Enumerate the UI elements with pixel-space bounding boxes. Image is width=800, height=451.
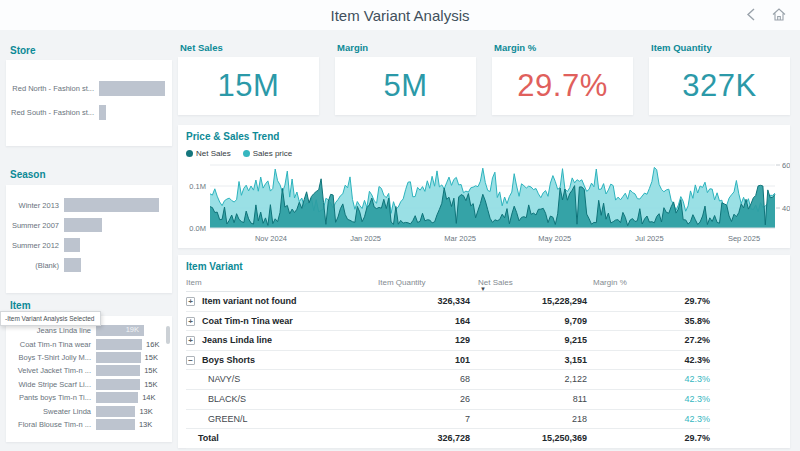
bar-value-label: 15K (144, 380, 157, 389)
cell-item-quantity: 26 (460, 390, 470, 409)
filter-bar-row[interactable]: Velvet Jacket Tim-n ...15K (10, 364, 166, 377)
bar-value-label: 15K (144, 366, 157, 375)
category-bar[interactable] (64, 238, 80, 252)
cell-margin-pct: 29.7% (684, 292, 710, 311)
chevron-left-icon[interactable] (746, 8, 756, 21)
expand-plus-icon[interactable]: + (186, 297, 195, 306)
cell-item-quantity: 326,334 (437, 292, 470, 311)
cell-net-sales: 9,709 (564, 312, 587, 331)
category-bar[interactable] (96, 379, 140, 390)
cell-item: Total (198, 429, 219, 448)
cell-item: Jeans Linda line (202, 331, 272, 350)
category-bar[interactable] (99, 105, 106, 120)
cell-net-sales: 811 (573, 390, 587, 409)
bar-value-label: 15K (145, 353, 158, 362)
table-row[interactable]: +Jeans Linda line1299,21527.2% (186, 331, 710, 351)
kpi-label: Net Sales (180, 42, 223, 53)
filter-bar-row[interactable]: Winter 2013 (10, 195, 168, 215)
category-bar[interactable] (96, 406, 135, 417)
bar-value-label: 13K (139, 420, 152, 429)
table-row[interactable]: +Coat Tim-n Tina wear1649,70935.8% (186, 312, 710, 332)
category-label: Pants boys Tim-n Ti... (10, 393, 96, 402)
trend-panel: Price & Sales Trend Net Sales Sales pric… (178, 125, 790, 248)
cell-item-quantity: 68 (460, 370, 470, 389)
category-bar[interactable] (96, 365, 140, 376)
trend-legend: Net Sales Sales price (186, 149, 292, 158)
bar-value-label: 13K (139, 407, 152, 416)
sales-price-legend-dot-icon (243, 150, 250, 157)
y-axis-tick: 0.1M (189, 182, 206, 191)
trend-chart[interactable]: 0.1M0.0M6040Nov 2024Jan 2025Mar 2025May … (178, 125, 790, 248)
filter-bar-row[interactable]: Floral Blouse Tim-n ...13K (10, 418, 166, 431)
cell-net-sales: 15,250,369 (542, 429, 587, 448)
filter-bar-row[interactable]: Pants boys Tim-n Ti...14K (10, 391, 166, 404)
category-bar[interactable] (96, 339, 142, 350)
trend-title: Price & Sales Trend (186, 131, 279, 142)
table-row[interactable]: −Boys Shorts1013,15142.3% (186, 351, 710, 371)
x-axis-tick: Jan 2025 (350, 234, 381, 243)
cell-item-quantity: 164 (455, 312, 470, 331)
category-label: Summer 2012 (10, 241, 64, 250)
cell-margin-pct: 42.3% (684, 410, 710, 429)
filter-bar-row[interactable]: Summer 2012 (10, 235, 168, 255)
category-bar[interactable] (64, 198, 159, 212)
category-bar[interactable]: 19K (96, 325, 144, 336)
cell-net-sales: 9,215 (564, 331, 587, 350)
cell-item: NAVY/S (208, 370, 240, 389)
y2-axis-tick: 40 (782, 204, 790, 213)
y2-axis-tick: 60 (782, 161, 790, 170)
column-header-margin-pct[interactable]: Margin % (593, 278, 627, 287)
category-label: Jeans Linda line (10, 326, 96, 335)
table-row[interactable]: GREEN/L721842.3% (186, 410, 710, 430)
filter-bar-row[interactable]: Wide Stripe Scarf Li...15K (10, 378, 166, 391)
item-filter-scrollbar[interactable] (166, 326, 170, 344)
cell-net-sales: 3,151 (564, 351, 587, 370)
x-axis-tick: May 2025 (538, 234, 571, 243)
category-bar[interactable] (64, 218, 102, 232)
expand-plus-icon[interactable]: + (186, 336, 195, 345)
category-bar[interactable] (96, 352, 141, 363)
category-bar[interactable] (99, 81, 165, 96)
kpi-card-item-quantity: 327K (649, 57, 790, 115)
filter-bar-row[interactable]: (Blank) (10, 255, 168, 275)
net-sales-legend-dot-icon (186, 150, 193, 157)
table-row[interactable]: BLACK/S2681142.3% (186, 390, 710, 410)
filter-bar-row[interactable]: Summer 2007 (10, 215, 168, 235)
top-bar: Item Variant Analysis (0, 0, 800, 30)
kpi-value: 29.7% (517, 68, 607, 104)
item-filter-title: Item (10, 300, 31, 311)
collapse-minus-icon[interactable]: − (186, 356, 195, 365)
category-bar[interactable] (96, 419, 135, 430)
table-row[interactable]: NAVY/S682,12242.3% (186, 370, 710, 390)
legend-item-sales-price[interactable]: Sales price (243, 149, 293, 158)
item-variant-table-panel: Item Variant Item Item Quantity Net Sale… (178, 255, 790, 448)
category-bar[interactable] (64, 258, 81, 272)
category-label: Coat Tim-n Tina wear (10, 340, 96, 349)
cell-net-sales: 2,122 (564, 370, 587, 389)
home-icon[interactable] (772, 8, 786, 21)
legend-item-net-sales[interactable]: Net Sales (186, 149, 231, 158)
filter-bar-row[interactable]: Coat Tim-n Tina wear16K (10, 337, 166, 350)
table-total-row[interactable]: Total326,72815,250,36929.7% (186, 429, 710, 449)
category-bar[interactable] (96, 392, 138, 403)
column-header-item-quantity[interactable]: Item Quantity (378, 278, 426, 287)
x-axis-tick: Jul 2025 (635, 234, 663, 243)
table-row[interactable]: +Item variant not found326,33415,228,294… (186, 292, 710, 312)
filter-bar-row[interactable]: Boys T-Shirt Jolly M...15K (10, 351, 166, 364)
cell-margin-pct: 35.8% (684, 312, 710, 331)
filter-bar-row[interactable]: Sweater Linda13K (10, 404, 166, 417)
category-label: Summer 2007 (10, 221, 64, 230)
kpi-card-net-sales: 15M (178, 57, 319, 115)
category-label: (Blank) (10, 261, 64, 270)
filter-bar-row[interactable]: Red North - Fashion st... (10, 76, 168, 100)
page-title: Item Variant Analysis (0, 7, 800, 24)
category-label: Red South - Fashion st... (10, 108, 99, 117)
expand-plus-icon[interactable]: + (186, 317, 195, 326)
cell-net-sales: 15,228,294 (542, 292, 587, 311)
legend-label: Net Sales (196, 149, 231, 158)
kpi-card-margin-: 29.7% (492, 57, 633, 115)
filter-bar-row[interactable]: Jeans Linda line19K (10, 324, 166, 337)
cell-net-sales: 218 (572, 410, 587, 429)
filter-bar-row[interactable]: Red South - Fashion st... (10, 100, 168, 124)
column-header-item[interactable]: Item (186, 278, 202, 287)
